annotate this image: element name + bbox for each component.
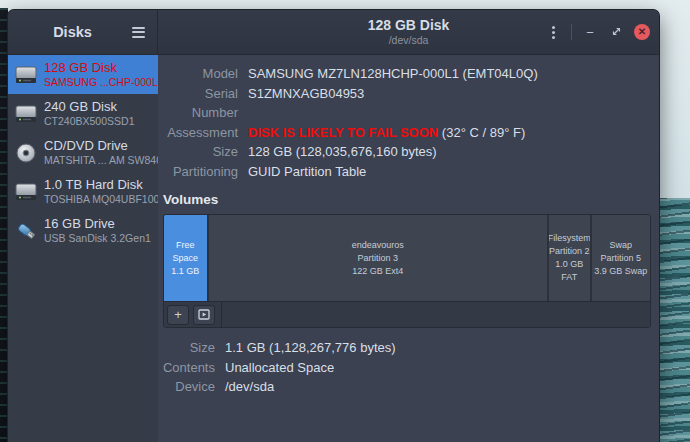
info-row-contents: Contents Unallocated Space bbox=[158, 358, 659, 378]
info-label: Assessment bbox=[158, 123, 238, 143]
window-controls: − ✕ bbox=[545, 10, 650, 54]
window-title-block: 128 GB Disk /dev/sda bbox=[368, 17, 450, 48]
segment-partition: Partition 5 bbox=[601, 252, 642, 265]
disk-list-sidebar: 128 GB Disk SAMSUNG ...CHP-000L1 240 GB … bbox=[8, 55, 158, 442]
controls-separator bbox=[571, 24, 572, 40]
info-row-assessment: Assessment DISK IS LIKELY TO FAIL SOON (… bbox=[158, 123, 659, 143]
partition-bar: Free Space 1.1 GB endeavouros Partition … bbox=[164, 215, 650, 301]
disk-subtitle: TOSHIBA MQ04UBF100 bbox=[44, 193, 154, 206]
info-value: 128 GB (128,035,676,160 bytes) bbox=[248, 142, 437, 162]
main-headerbar: 128 GB Disk /dev/sda − ✕ bbox=[158, 10, 659, 55]
volume-toolbar: + bbox=[164, 301, 650, 327]
segment-name: Swap bbox=[610, 239, 633, 252]
disk-title: 240 GB Disk bbox=[44, 99, 134, 115]
usb-stick-icon bbox=[12, 219, 39, 243]
restore-icon bbox=[611, 26, 622, 37]
info-label: Size bbox=[158, 142, 238, 162]
hard-disk-icon bbox=[12, 63, 39, 87]
info-value: S1ZMNXAGB04953 bbox=[248, 84, 364, 123]
drive-detail-pane: Model SAMSUNG MZ7LN128HCHP-000L1 (EMT04L… bbox=[158, 55, 659, 442]
info-value: DISK IS LIKELY TO FAIL SOON (32° C / 89°… bbox=[248, 123, 525, 143]
wallpaper-ocean bbox=[656, 198, 690, 442]
info-label: Model bbox=[158, 64, 238, 84]
info-value: GUID Partition Table bbox=[248, 162, 366, 182]
minimize-button[interactable]: − bbox=[582, 26, 598, 39]
toolbar-separator bbox=[221, 302, 222, 328]
disk-title: 128 GB Disk bbox=[44, 60, 154, 76]
info-row-serial-number: Serial Number S1ZMNXAGB04953 bbox=[158, 84, 659, 123]
partition-options-icon bbox=[198, 309, 210, 320]
hamburger-menu-icon[interactable] bbox=[125, 19, 151, 45]
window-title: 128 GB Disk bbox=[368, 17, 450, 35]
disk-subtitle: USB SanDisk 3.2Gen1 bbox=[44, 232, 151, 245]
sidebar-headerbar: Disks bbox=[8, 10, 158, 55]
segment-size-type: 3.9 GB Swap bbox=[594, 265, 647, 278]
volumes-widget: Free Space 1.1 GB endeavouros Partition … bbox=[163, 214, 651, 328]
sidebar-item-16gb-usb-drive[interactable]: 16 GB Drive USB SanDisk 3.2Gen1 bbox=[8, 211, 158, 250]
info-label: Contents bbox=[158, 358, 215, 378]
temperature-value: (32° C / 89° F) bbox=[438, 125, 525, 140]
segment-endeavouros[interactable]: endeavouros Partition 3 122 GB Ext4 bbox=[209, 215, 549, 301]
selection-info-grid: Size 1.1 GB (1,128,267,776 bytes) Conten… bbox=[158, 338, 659, 397]
partition-options-button[interactable] bbox=[193, 305, 215, 325]
kebab-menu-icon[interactable] bbox=[545, 23, 561, 41]
info-row-selection-size: Size 1.1 GB (1,128,267,776 bytes) bbox=[158, 338, 659, 358]
info-row-device: Device /dev/sda bbox=[158, 377, 659, 397]
info-value: 1.1 GB (1,128,267,776 bytes) bbox=[225, 338, 396, 358]
disk-title: 1.0 TB Hard Disk bbox=[44, 177, 154, 193]
sidebar-item-128gb-disk[interactable]: 128 GB Disk SAMSUNG ...CHP-000L1 bbox=[8, 55, 158, 94]
disk-title: 16 GB Drive bbox=[44, 216, 151, 232]
info-value: /dev/sda bbox=[225, 377, 274, 397]
create-partition-button[interactable]: + bbox=[167, 305, 189, 325]
segment-size: 1.1 GB bbox=[171, 265, 199, 278]
info-row-partitioning: Partitioning GUID Partition Table bbox=[158, 162, 659, 182]
segment-partition: Partition 3 bbox=[358, 252, 399, 265]
sidebar-item-1tb-hard-disk[interactable]: 1.0 TB Hard Disk TOSHIBA MQ04UBF100 bbox=[8, 172, 158, 211]
info-label: Size bbox=[158, 338, 215, 358]
hard-disk-icon bbox=[12, 180, 39, 204]
segment-name: Free Space bbox=[164, 239, 207, 265]
disks-window: Disks 128 GB Disk /dev/sda − ✕ bbox=[7, 9, 660, 442]
close-button[interactable]: ✕ bbox=[634, 24, 650, 40]
segment-swap[interactable]: Swap Partition 5 3.9 GB Swap bbox=[592, 215, 650, 301]
segment-size-type: 122 GB Ext4 bbox=[352, 265, 403, 278]
drive-info-grid: Model SAMSUNG MZ7LN128HCHP-000L1 (EMT04L… bbox=[158, 64, 659, 181]
info-row-size: Size 128 GB (128,035,676,160 bytes) bbox=[158, 142, 659, 162]
info-row-model: Model SAMSUNG MZ7LN128HCHP-000L1 (EMT04L… bbox=[158, 64, 659, 84]
disk-subtitle: MATSHITA ... AM SW840 bbox=[44, 154, 154, 167]
disk-subtitle: CT240BX500SSD1 bbox=[44, 115, 134, 128]
info-label: Device bbox=[158, 377, 215, 397]
segment-name: Filesystem bbox=[549, 232, 591, 245]
sidebar-item-cd-dvd-drive[interactable]: CD/DVD Drive MATSHITA ... AM SW840 bbox=[8, 133, 158, 172]
disk-subtitle: SAMSUNG ...CHP-000L1 bbox=[44, 76, 154, 89]
segment-filesystem[interactable]: Filesystem Partition 2 1.0 GB FAT bbox=[549, 215, 592, 301]
info-value: Unallocated Space bbox=[225, 358, 334, 378]
sidebar-item-240gb-disk[interactable]: 240 GB Disk CT240BX500SSD1 bbox=[8, 94, 158, 133]
hard-disk-icon bbox=[12, 102, 39, 126]
window-subtitle: /dev/sda bbox=[368, 34, 450, 47]
segment-name: endeavouros bbox=[352, 239, 404, 252]
info-label: Partitioning bbox=[158, 162, 238, 182]
info-value: SAMSUNG MZ7LN128HCHP-000L1 (EMT04L0Q) bbox=[248, 64, 538, 84]
app-title: Disks bbox=[8, 24, 125, 40]
disk-title: CD/DVD Drive bbox=[44, 138, 154, 154]
smart-failure-warning: DISK IS LIKELY TO FAIL SOON bbox=[248, 125, 438, 140]
cd-disc-icon bbox=[12, 141, 39, 165]
segment-size-type: 1.0 GB FAT bbox=[549, 258, 590, 284]
segment-partition: Partition 2 bbox=[549, 245, 590, 258]
info-label: Serial Number bbox=[158, 84, 238, 123]
volumes-heading: Volumes bbox=[163, 192, 659, 207]
segment-free-space[interactable]: Free Space 1.1 GB bbox=[164, 215, 209, 301]
restore-button[interactable] bbox=[608, 26, 624, 39]
